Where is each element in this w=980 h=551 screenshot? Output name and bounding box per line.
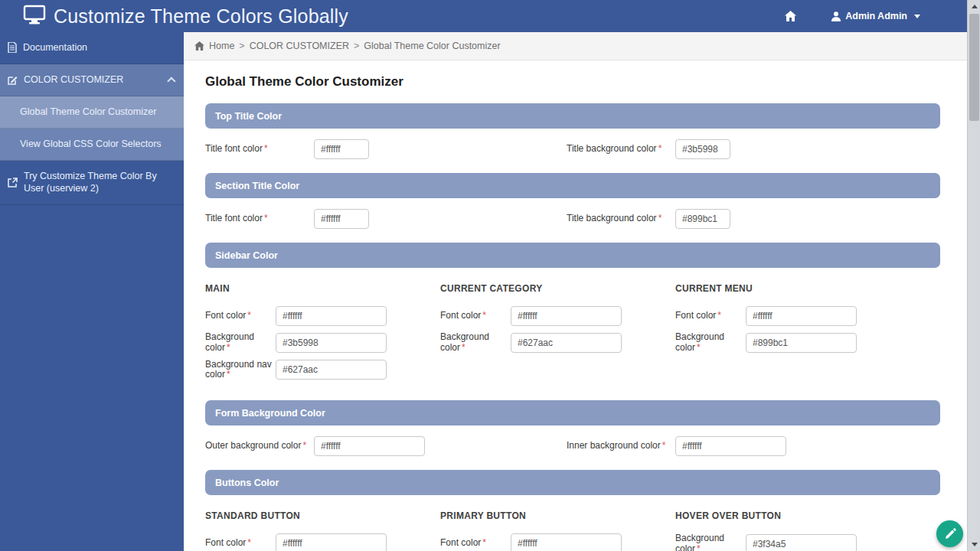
field-label: Font color* — [440, 311, 511, 321]
sidebar-item-label: COLOR CUSTOMIZER — [24, 73, 123, 86]
column-heading: STANDARD BUTTON — [205, 510, 440, 521]
sidebar-item-label: View Global CSS Color Selectors — [20, 138, 162, 151]
column-standard-button: STANDARD BUTTON Font color* Background c… — [205, 510, 440, 551]
sidebar-item-view-global-css-color-selectors[interactable]: View Global CSS Color Selectors — [0, 129, 184, 161]
required-asterisk: * — [302, 440, 306, 451]
field-label: Title font color* — [205, 214, 314, 224]
breadcrumb-separator: > — [354, 41, 359, 51]
title-font-color-input[interactable] — [314, 139, 369, 159]
home-icon[interactable] — [785, 11, 796, 21]
required-asterisk: * — [264, 143, 268, 154]
section-title: Section Title Color — [215, 181, 299, 191]
section-header: Section Title Color — [205, 173, 940, 198]
section-title: Buttons Color — [215, 478, 279, 488]
user-icon — [831, 11, 841, 21]
scrollbar-thumb[interactable] — [969, 14, 979, 121]
section-header: Form Background Color — [205, 400, 940, 425]
required-asterisk: * — [662, 440, 666, 451]
field-label: Title font color* — [205, 144, 314, 155]
field-label: Inner background color* — [567, 441, 675, 452]
section-title: Form Background Color — [215, 408, 325, 419]
document-icon — [8, 42, 17, 53]
sidebar-item-label: Global Theme Color Customizer — [20, 106, 156, 119]
breadcrumb: Home > COLOR CUSTOMIZER > Global Theme C… — [184, 32, 967, 60]
app-title: Customize Theme Colors Globally — [54, 5, 348, 28]
edit-fab-button[interactable] — [936, 520, 963, 547]
user-menu[interactable]: Admin Admin — [831, 11, 920, 21]
column-primary-button: PRIMARY BUTTON Font color* Background co… — [440, 510, 675, 551]
column-main: MAIN Font color* Background color* Backg… — [205, 283, 440, 386]
monitor-icon — [23, 5, 46, 28]
section-title-background-color-input[interactable] — [675, 209, 730, 229]
column-heading: MAIN — [205, 283, 440, 294]
current-menu-background-color-input[interactable] — [746, 333, 857, 353]
page-title: Global Theme Color Customizer — [205, 74, 940, 90]
field-label: Background color* — [675, 533, 746, 551]
standard-button-font-color-input[interactable] — [276, 533, 387, 551]
breadcrumb-separator: > — [239, 41, 244, 51]
sidebar-item-label: Documentation — [23, 41, 87, 54]
scroll-down-arrow-icon[interactable] — [968, 538, 980, 551]
field-label: Background color* — [205, 332, 276, 354]
field-label: Background color* — [675, 332, 746, 354]
hover-button-background-color-input[interactable] — [746, 534, 857, 551]
breadcrumb-color-customizer[interactable]: COLOR CUSTOMIZER — [250, 41, 349, 51]
column-current-menu: CURRENT MENU Font color* Background colo… — [675, 283, 910, 386]
section-header: Top Title Color — [205, 103, 940, 129]
sidebar: Documentation COLOR CUSTOMIZER Global Th… — [0, 32, 184, 551]
section-title-font-color-input[interactable] — [314, 209, 369, 229]
section-title: Sidebar Color — [215, 250, 278, 261]
sidebar-category-color-customizer[interactable]: COLOR CUSTOMIZER — [0, 64, 184, 96]
sidebar-item-global-theme-color-customizer[interactable]: Global Theme Color Customizer — [0, 96, 184, 129]
home-icon — [194, 41, 204, 51]
column-heading: PRIMARY BUTTON — [440, 510, 675, 521]
edit-icon — [8, 75, 18, 85]
current-category-background-color-input[interactable] — [511, 333, 622, 353]
pencil-icon — [944, 528, 956, 540]
required-asterisk: * — [264, 213, 268, 223]
column-current-category: CURRENT CATEGORY Font color* Background … — [440, 283, 675, 386]
sidebar-main-font-color-input[interactable] — [276, 306, 387, 326]
app-header: Customize Theme Colors Globally Admin Ad… — [0, 0, 980, 32]
breadcrumb-home[interactable]: Home — [209, 41, 234, 51]
current-menu-font-color-input[interactable] — [746, 306, 857, 326]
outer-background-color-input[interactable] — [314, 436, 425, 456]
inner-background-color-input[interactable] — [675, 436, 786, 456]
sidebar-main-background-color-input[interactable] — [276, 333, 387, 353]
field-label: Font color* — [205, 538, 276, 549]
title-background-color-input[interactable] — [675, 139, 730, 159]
primary-button-font-color-input[interactable] — [511, 533, 622, 551]
field-label: Background nav color* — [205, 360, 276, 381]
sidebar-item-try-customize-theme-color[interactable]: Try Customize Theme Color By User (userv… — [0, 161, 184, 206]
field-label: Background color* — [440, 332, 511, 354]
chevron-down-icon — [914, 15, 920, 18]
section-header: Sidebar Color — [205, 243, 940, 268]
current-category-font-color-input[interactable] — [511, 306, 622, 326]
section-title: Top Title Color — [215, 111, 282, 122]
sidebar-item-documentation[interactable]: Documentation — [0, 32, 184, 64]
section-sidebar-color: Sidebar Color MAIN Font color* Backgroun… — [205, 243, 940, 386]
section-header: Buttons Color — [205, 470, 940, 495]
sidebar-main-background-nav-color-input[interactable] — [276, 360, 387, 380]
field-label: Font color* — [675, 311, 746, 321]
column-hover-over-button: HOVER OVER BUTTON Background color* Bord… — [675, 510, 910, 551]
field-label: Font color* — [205, 311, 276, 321]
column-heading: CURRENT CATEGORY — [440, 283, 675, 294]
field-label: Outer background color* — [205, 441, 314, 452]
column-heading: CURRENT MENU — [675, 283, 910, 294]
breadcrumb-current: Global Theme Color Customizer — [364, 41, 500, 51]
section-buttons-color: Buttons Color STANDARD BUTTON Font color… — [205, 470, 940, 551]
section-form-background-color: Form Background Color Outer background c… — [205, 400, 940, 456]
scroll-up-arrow-icon[interactable] — [968, 0, 980, 13]
user-name: Admin Admin — [845, 11, 907, 21]
required-asterisk: * — [658, 213, 662, 223]
field-label: Title background color* — [567, 144, 675, 155]
field-label: Font color* — [440, 538, 511, 549]
external-link-icon — [8, 178, 18, 187]
sidebar-item-label: Try Customize Theme Color By User (userv… — [24, 170, 176, 196]
section-top-title-color: Top Title Color Title font color* Title … — [205, 103, 940, 159]
vertical-scrollbar[interactable] — [967, 0, 980, 551]
section-section-title-color: Section Title Color Title font color* Ti… — [205, 173, 940, 229]
required-asterisk: * — [658, 143, 662, 154]
main-content: Home > COLOR CUSTOMIZER > Global Theme C… — [184, 32, 967, 551]
